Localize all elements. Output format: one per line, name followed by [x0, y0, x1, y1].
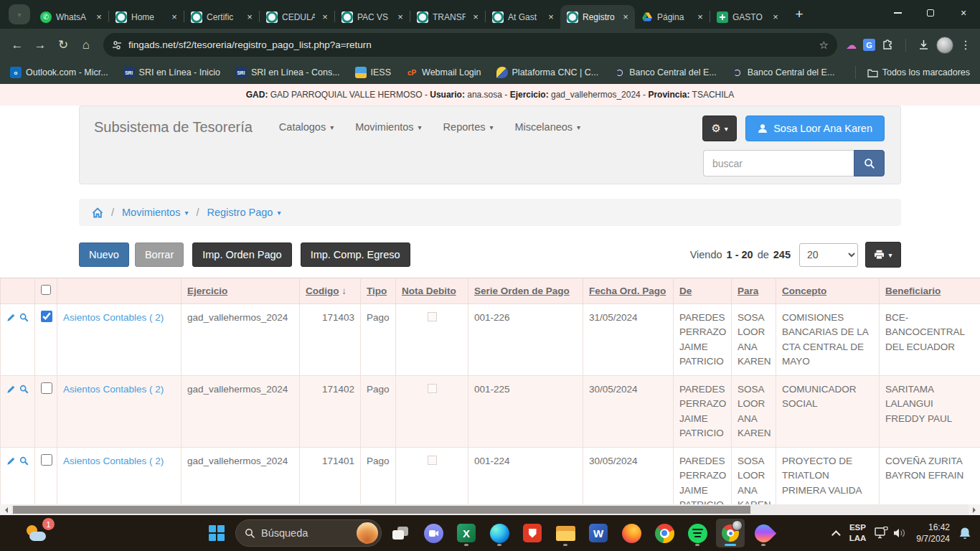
sort-fecha[interactable]: Fecha Ord. Pago	[589, 286, 666, 296]
menu-movimientos[interactable]: Movimientos▾	[344, 106, 432, 148]
row-checkbox[interactable]	[41, 454, 52, 466]
browser-tab-gasto-sheets[interactable]: GASTO ×	[710, 5, 785, 29]
sort-beneficiario[interactable]: Beneficiario	[885, 286, 941, 296]
firefox-button[interactable]	[617, 519, 646, 547]
tab-close-icon[interactable]: ×	[244, 11, 255, 23]
url-text[interactable]: fingads.net/sf2/tesoreria/registro_pago_…	[128, 39, 813, 50]
nitro-pdf-button[interactable]	[518, 519, 547, 547]
menu-miscelaneos[interactable]: Miscelaneos▾	[504, 106, 591, 148]
chrome-profile-button-active[interactable]	[716, 519, 745, 547]
home-button[interactable]: ⌂	[75, 34, 98, 57]
tab-close-icon[interactable]: ×	[694, 11, 706, 23]
tray-expand-chevron-icon[interactable]	[831, 530, 841, 540]
word-button[interactable]: W	[584, 519, 613, 547]
translate-icon[interactable]: G	[863, 39, 875, 51]
minimize-button[interactable]	[881, 0, 914, 26]
network-icon[interactable]	[875, 527, 889, 540]
sort-para[interactable]: Para	[738, 286, 758, 296]
browser-tab-registro-active[interactable]: Registro ×	[560, 5, 635, 29]
bookmark-sri-inicio[interactable]: SRISRI en Línea - Inicio	[123, 67, 220, 78]
maximize-button[interactable]	[914, 0, 947, 26]
edge-button[interactable]	[485, 519, 514, 547]
browser-tab-transferencias[interactable]: TRANSF ×	[410, 5, 485, 29]
sort-nota-debito[interactable]: Nota Debito	[402, 286, 456, 296]
tab-close-icon[interactable]: ×	[470, 11, 481, 23]
sort-concepto[interactable]: Concepto	[782, 286, 826, 296]
view-magnifier-icon[interactable]	[19, 312, 29, 323]
edit-pencil-icon[interactable]	[6, 456, 16, 466]
asientos-contables-link[interactable]: Asientos Contables ( 2)	[63, 384, 164, 395]
browser-tab-certificado[interactable]: Certific ×	[184, 5, 259, 29]
profile-avatar[interactable]	[936, 37, 953, 54]
bookmark-sri-consultas[interactable]: SRISRI en Línea - Cons...	[235, 67, 340, 78]
bookmark-webmail[interactable]: cPWebmail Login	[406, 67, 481, 78]
edit-pencil-icon[interactable]	[6, 384, 16, 395]
browser-tab-home[interactable]: Home ×	[109, 5, 184, 29]
browser-tab-cedula[interactable]: CEDULA ×	[260, 5, 334, 29]
excel-button[interactable]: X	[452, 519, 481, 547]
sort-codigo[interactable]: Codigo	[306, 286, 339, 296]
sort-tipo[interactable]: Tipo	[367, 286, 387, 296]
scroll-right-arrow[interactable]	[969, 504, 980, 515]
bookmark-bce-1[interactable]: Banco Central del E...	[613, 67, 717, 78]
new-tab-button[interactable]: +	[789, 4, 809, 24]
address-bar[interactable]: fingads.net/sf2/tesoreria/registro_pago_…	[103, 33, 837, 57]
nota-debito-checkbox[interactable]	[428, 384, 437, 393]
task-view-button[interactable]	[386, 519, 415, 547]
asientos-contables-link[interactable]: Asientos Contables ( 2)	[63, 456, 164, 466]
tab-close-icon[interactable]: ×	[319, 11, 331, 23]
settings-gear-button[interactable]: ⚙▾	[702, 116, 737, 141]
tab-search-button[interactable]: ▾	[9, 4, 30, 24]
all-bookmarks-button[interactable]: Todos los marcadores	[867, 67, 970, 77]
reload-button[interactable]: ↻	[52, 34, 75, 57]
tab-close-icon[interactable]: ×	[620, 11, 631, 23]
notification-bell-icon[interactable]	[958, 527, 971, 540]
file-explorer-button[interactable]	[551, 519, 580, 547]
horizontal-scrollbar[interactable]	[0, 504, 980, 515]
breadcrumb-registro-pago[interactable]: Registro Pago▾	[207, 207, 281, 218]
scrollbar-thumb[interactable]	[13, 506, 750, 514]
nota-debito-checkbox[interactable]	[428, 312, 437, 321]
color-drop-app-button[interactable]	[749, 519, 778, 547]
imp-comp-egreso-button[interactable]: Imp. Comp. Egreso	[301, 242, 410, 267]
row-checkbox[interactable]	[41, 311, 52, 322]
page-size-select[interactable]: 20	[799, 243, 858, 267]
browser-tab-pac[interactable]: PAC VS ×	[335, 5, 410, 29]
edit-pencil-icon[interactable]	[6, 312, 16, 323]
taskbar-clock[interactable]: 16:42 9/7/2024	[916, 522, 950, 545]
browser-tab-whatsapp[interactable]: ✆ WhatsA ×	[34, 5, 108, 29]
teams-chat-button[interactable]	[419, 519, 448, 547]
imp-orden-pago-button[interactable]: Imp. Orden Pago	[192, 242, 291, 267]
search-input[interactable]	[703, 150, 854, 176]
asientos-contables-link[interactable]: Asientos Contables ( 2)	[63, 312, 164, 323]
view-magnifier-icon[interactable]	[19, 384, 29, 395]
print-button[interactable]: ▾	[865, 242, 901, 268]
borrar-button[interactable]: Borrar	[135, 242, 184, 267]
taskbar-search-box[interactable]: Búsqueda	[235, 519, 382, 547]
close-button[interactable]: ×	[947, 0, 980, 26]
nota-debito-checkbox[interactable]	[428, 456, 437, 465]
tab-close-icon[interactable]: ×	[169, 11, 180, 23]
scroll-left-arrow[interactable]	[0, 504, 11, 515]
downloads-icon[interactable]	[918, 39, 930, 51]
nuevo-button[interactable]: Nuevo	[79, 242, 129, 267]
site-info-icon[interactable]	[112, 40, 122, 50]
extension-cloud-icon[interactable]: ☁	[846, 39, 857, 52]
bookmark-bce-2[interactable]: Banco Central del E...	[732, 67, 835, 78]
breadcrumb-movimientos[interactable]: Movimientos▾	[122, 207, 188, 218]
row-checkbox[interactable]	[41, 382, 52, 394]
menu-reportes[interactable]: Reportes▾	[433, 106, 504, 148]
chrome-button[interactable]	[650, 519, 679, 547]
select-all-checkbox[interactable]	[41, 285, 51, 295]
tab-close-icon[interactable]: ×	[770, 11, 781, 23]
language-indicator[interactable]: ESP LAA	[849, 522, 867, 544]
back-button[interactable]: ←	[6, 34, 29, 57]
sort-de[interactable]: De	[679, 286, 692, 296]
tab-close-icon[interactable]: ×	[395, 11, 406, 23]
tab-close-icon[interactable]: ×	[93, 11, 105, 23]
sort-serie[interactable]: Serie Orden de Pago	[474, 286, 570, 296]
browser-menu-kebab-icon[interactable]: ⋮	[960, 38, 971, 52]
menu-catalogos[interactable]: Catalogos▾	[268, 106, 344, 148]
extensions-puzzle-icon[interactable]	[882, 39, 894, 51]
bookmark-cnc[interactable]: Plataforma CNC | C...	[496, 67, 599, 78]
